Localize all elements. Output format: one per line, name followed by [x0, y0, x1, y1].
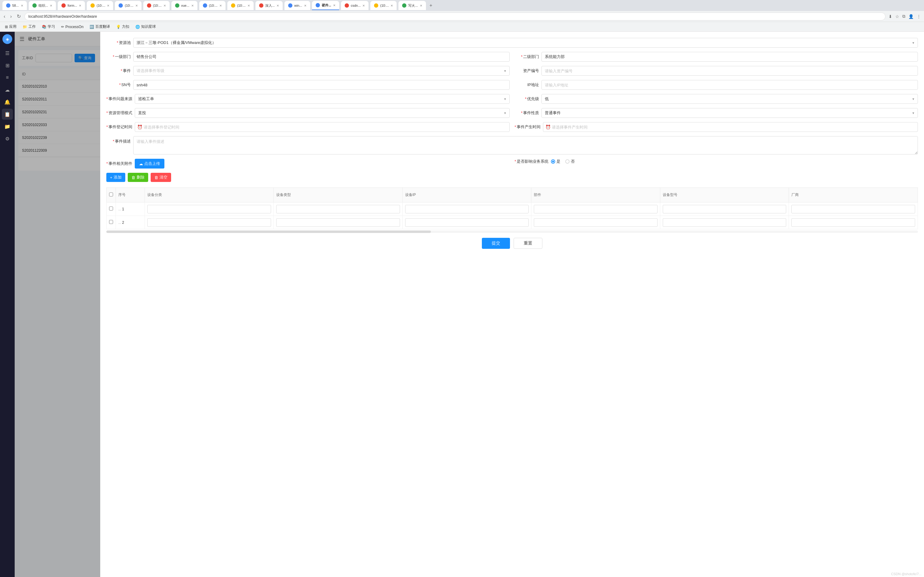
tab-vue[interactable]: vue... ✕: [171, 1, 197, 10]
bookmark-processon[interactable]: ✏ ProcessOn: [59, 24, 86, 30]
tab-5[interactable]: (10:... ✕: [143, 1, 170, 10]
device-vendor-input[interactable]: [792, 218, 915, 227]
account-icon[interactable]: 👤: [908, 13, 914, 19]
tab-win[interactable]: win... ✕: [284, 1, 310, 10]
device-part-input[interactable]: [534, 205, 657, 213]
bookmark-study[interactable]: 📚 学习: [39, 23, 57, 30]
asset-no-field: 资产编号: [515, 66, 918, 76]
scroll-bar: [106, 230, 918, 233]
tab-6[interactable]: (10:... ✕: [199, 1, 226, 10]
affect-no-radio[interactable]: 否: [565, 159, 575, 164]
sidebar-icon-bell[interactable]: 🔔: [2, 97, 13, 108]
tab-write[interactable]: 写火... ✕: [399, 1, 426, 10]
resource-mode-label: *资源管理模式: [106, 110, 132, 116]
ip-input[interactable]: [541, 80, 918, 90]
priority-select-wrapper: 低 ▼: [541, 94, 918, 104]
clear-device-button[interactable]: 🗑 清空: [151, 173, 171, 182]
tab-0[interactable]: 58... ✕: [2, 1, 27, 10]
incident-nature-select[interactable]: 普通事件: [541, 108, 918, 118]
device-category-input[interactable]: [147, 218, 271, 227]
add-device-button[interactable]: + 添加: [106, 173, 125, 182]
priority-field: *优先级 低 ▼: [515, 94, 918, 104]
tab-3[interactable]: (10:... ✕: [87, 1, 113, 10]
bookmark-translate[interactable]: 🔤 百度翻译: [87, 23, 112, 30]
device-type-input[interactable]: [276, 218, 400, 227]
bookmark-apps[interactable]: ⊞ 应用: [2, 23, 19, 30]
priority-select[interactable]: 低: [541, 94, 918, 104]
forward-button[interactable]: ›: [9, 13, 13, 20]
device-ip-input[interactable]: [405, 205, 529, 213]
incident-source-label: *事件问题来源: [106, 96, 132, 102]
row-checkbox[interactable]: [109, 218, 113, 226]
bookmark-icon[interactable]: ☆: [895, 13, 900, 19]
tab-2[interactable]: form... ✕: [58, 1, 85, 10]
device-model-input[interactable]: [663, 218, 787, 227]
bookmark-leetcode[interactable]: 💡 力扣: [114, 23, 132, 30]
sidebar-icon-menu[interactable]: ☰: [2, 48, 13, 59]
desc-textarea[interactable]: [133, 136, 918, 155]
bookmark-knowledge[interactable]: 🌐 知识星球: [133, 23, 158, 30]
device-model-input[interactable]: [663, 205, 787, 213]
browser-tab-bar: 58... ✕ 组织... ✕ form... ✕ (10:... ✕ (10:…: [0, 0, 924, 11]
sub-col-category: 设备分类: [145, 188, 274, 202]
tab-9[interactable]: (10:... ✕: [370, 1, 397, 10]
incident-select[interactable]: 请选择事件等级: [133, 66, 510, 76]
affect-yes-radio[interactable]: 是: [551, 159, 561, 164]
incident-source-select[interactable]: 巡检工单: [135, 94, 510, 104]
sidebar-icon-settings[interactable]: ⚙: [2, 133, 13, 144]
select-all-checkbox[interactable]: [109, 190, 113, 199]
device-category-input[interactable]: [147, 205, 271, 213]
clear-icon: 🗑: [154, 175, 158, 180]
register-time-input[interactable]: [135, 122, 510, 132]
resource-pool-select[interactable]: 浙江－三墩-POD1（裸金属/VMware虚拟化）: [133, 38, 918, 48]
sn-input[interactable]: [133, 80, 510, 90]
sidebar-logo: ◈: [2, 34, 12, 44]
asset-no-label: 资产编号: [515, 68, 539, 74]
dept2-input[interactable]: [541, 52, 918, 62]
tab-7[interactable]: (10:... ✕: [227, 1, 254, 10]
sidebar-icon-grid[interactable]: ⊞: [2, 60, 13, 71]
tab-4[interactable]: (10:... ✕: [115, 1, 141, 10]
register-time-label: *事件登记时间: [106, 124, 132, 130]
sub-table-container: 序号 设备分类 设备类型 设备IP 部件 设备型号 厂商 ... 1: [106, 185, 918, 229]
sn-label: *SN号: [106, 82, 131, 88]
dept1-input[interactable]: [133, 52, 510, 62]
resource-mode-select-wrapper: 直投 ▼: [135, 108, 510, 118]
device-vendor-input[interactable]: [792, 205, 915, 213]
address-bar-row: ‹ › ↻ localhost:9528/#/hardwareOrder/har…: [0, 11, 924, 22]
reset-button[interactable]: 重置: [514, 238, 542, 249]
device-ip-input[interactable]: [405, 218, 529, 227]
resource-mode-select[interactable]: 直投: [135, 108, 510, 118]
submit-button[interactable]: 提交: [482, 238, 510, 249]
scroll-thumb: [106, 230, 431, 233]
sidebar-icon-cloud[interactable]: ☁: [2, 84, 13, 95]
bookmark-work[interactable]: 📁 工作: [20, 23, 38, 30]
extension-icon[interactable]: ⧉: [902, 13, 906, 19]
occur-time-input[interactable]: [543, 122, 918, 132]
tab-1[interactable]: 组织... ✕: [29, 1, 56, 10]
address-bar[interactable]: localhost:9528/#/hardwareOrder/hardware: [24, 13, 885, 21]
settings-icon[interactable]: ⋮: [916, 13, 922, 19]
row-checkbox[interactable]: [109, 204, 113, 213]
upload-button[interactable]: ☁ 点击上传: [135, 159, 165, 169]
sidebar-icon-folder[interactable]: 📁: [2, 121, 13, 132]
register-time-field: *事件登记时间 ⏰: [106, 122, 510, 132]
dept2-field: *二级部门: [515, 52, 918, 62]
tab-hardware[interactable]: 硬件... ✕: [312, 1, 339, 10]
delete-device-button[interactable]: 🗑 删除: [128, 173, 148, 182]
device-part-input[interactable]: [534, 218, 657, 227]
tab-csdn[interactable]: csdn... ✕: [341, 1, 368, 10]
sidebar-icon-list[interactable]: ≡: [2, 72, 13, 83]
asset-no-input[interactable]: [541, 66, 918, 76]
affect-system-label: *是否影响业务系统: [515, 159, 548, 164]
new-tab-button[interactable]: +: [428, 3, 434, 8]
download-icon[interactable]: ⬇: [888, 13, 893, 19]
device-type-input[interactable]: [276, 205, 400, 213]
sidebar-icon-order[interactable]: 📋: [2, 109, 13, 120]
back-button[interactable]: ‹: [2, 13, 6, 20]
source-priority-row: *事件问题来源 巡检工单 ▼ *优先级 低: [106, 94, 918, 104]
reload-button[interactable]: ↻: [16, 13, 22, 20]
affect-radio-group: 是 否: [551, 159, 575, 164]
occur-time-icon: ⏰: [545, 124, 551, 129]
tab-8[interactable]: 深入... ✕: [255, 1, 283, 10]
